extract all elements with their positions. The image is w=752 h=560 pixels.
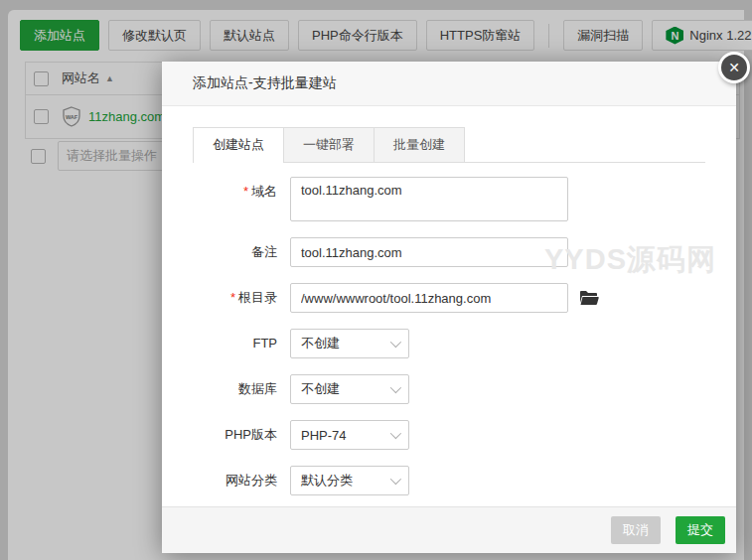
form-row-database: 数据库 不创建 xyxy=(193,374,705,404)
chevron-down-icon xyxy=(390,337,401,348)
remark-input[interactable] xyxy=(290,237,568,267)
ftp-select[interactable]: 不创建 xyxy=(290,329,409,358)
site-category-label: 网站分类 xyxy=(193,466,277,495)
form-row-root-dir: *根目录 xyxy=(193,283,705,313)
database-select-value: 不创建 xyxy=(301,380,340,398)
remark-label: 备注 xyxy=(193,237,277,267)
close-button[interactable]: ✕ xyxy=(718,52,750,83)
ftp-select-value: 不创建 xyxy=(301,335,340,352)
form-row-php-version: PHP版本 PHP-74 xyxy=(193,420,705,450)
domain-textarea[interactable]: tool.11zhang.com xyxy=(290,177,568,221)
form-row-ftp: FTP 不创建 xyxy=(193,329,705,358)
chevron-down-icon xyxy=(390,474,401,485)
form-row-remark: 备注 xyxy=(193,237,705,267)
chevron-down-icon xyxy=(390,382,401,393)
create-site-form: *域名 tool.11zhang.com 备注 *根目录 FTP xyxy=(193,177,705,495)
cancel-button[interactable]: 取消 xyxy=(611,516,661,544)
root-dir-label: *根目录 xyxy=(193,283,277,313)
add-site-modal: 添加站点-支持批量建站 ✕ 创建站点 一键部署 批量创建 *域名 tool.11… xyxy=(162,62,736,553)
php-version-select[interactable]: PHP-74 xyxy=(290,420,409,450)
root-dir-input[interactable] xyxy=(290,283,568,313)
database-label: 数据库 xyxy=(193,374,277,404)
required-marker: * xyxy=(243,184,248,199)
tab-create-site[interactable]: 创建站点 xyxy=(193,127,284,163)
required-marker: * xyxy=(230,290,235,305)
site-category-select[interactable]: 默认分类 xyxy=(290,466,409,495)
php-version-select-value: PHP-74 xyxy=(301,428,347,443)
page: 添加站点 修改默认页 默认站点 PHP命令行版本 HTTPS防窜站 漏洞扫描 N… xyxy=(0,0,752,560)
folder-browse-icon[interactable] xyxy=(579,290,599,306)
form-row-site-category: 网站分类 默认分类 xyxy=(193,466,705,495)
modal-tabs: 创建站点 一键部署 批量创建 xyxy=(193,127,705,163)
modal-header: 添加站点-支持批量建站 xyxy=(162,62,736,106)
ftp-label: FTP xyxy=(193,329,277,358)
site-category-select-value: 默认分类 xyxy=(301,472,353,490)
tab-one-click-deploy[interactable]: 一键部署 xyxy=(283,127,375,162)
modal-footer: 取消 提交 xyxy=(162,506,736,553)
chevron-down-icon xyxy=(390,428,401,439)
database-select[interactable]: 不创建 xyxy=(290,374,409,404)
domain-label: *域名 xyxy=(193,177,277,207)
form-row-domain: *域名 tool.11zhang.com xyxy=(193,177,705,221)
modal-body: 创建站点 一键部署 批量创建 *域名 tool.11zhang.com 备注 *… xyxy=(162,106,736,495)
modal-title: 添加站点-支持批量建站 xyxy=(193,74,337,92)
tab-batch-create[interactable]: 批量创建 xyxy=(374,127,465,162)
close-icon: ✕ xyxy=(728,60,740,75)
submit-button[interactable]: 提交 xyxy=(676,516,725,544)
php-version-label: PHP版本 xyxy=(193,420,277,450)
